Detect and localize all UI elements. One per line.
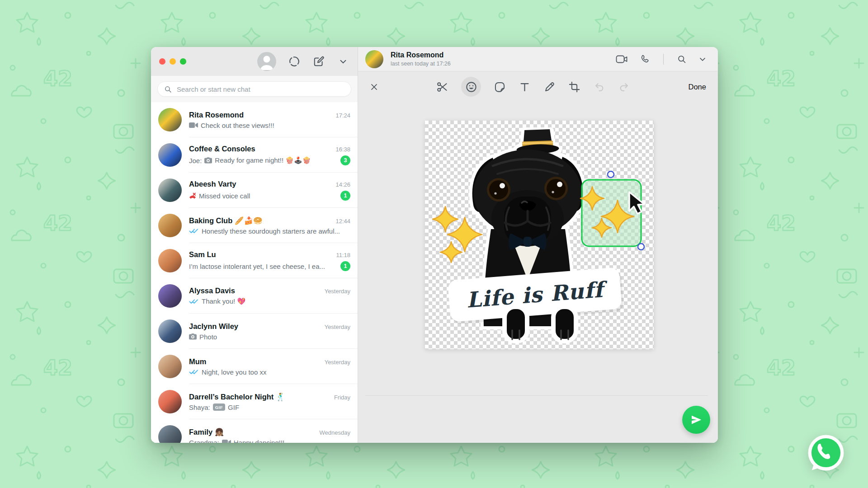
chat-item-sam-lu[interactable]: Sam Lu11:18 I’m lactose intolerant yet, … [151, 243, 358, 278]
new-chat-icon [313, 56, 325, 67]
sidebar: Rita Rosemond17:24 Check out these views… [151, 47, 358, 443]
caption-banner: Life is Ruff [448, 267, 624, 324]
send-button[interactable] [682, 406, 710, 434]
zoom-window-button[interactable] [180, 58, 186, 65]
sticker-editor-toolbar: Done [358, 71, 718, 102]
avatar [158, 178, 182, 202]
chat-item-alyssa-davis[interactable]: Alyssa DavisYesterday Thank you! 💖 [151, 278, 358, 314]
chat-item-rita-rosemond[interactable]: Rita Rosemond17:24 Check out these views… [151, 102, 358, 137]
editor-tools [436, 77, 630, 97]
read-receipts-icon [189, 228, 199, 234]
chat-time: 12:44 [335, 218, 350, 225]
chat-item-baking-club[interactable]: Baking Club 🥖🍰🥯12:44 Honestly these sour… [151, 208, 358, 243]
chevron-down-icon [698, 55, 707, 64]
chat-item-mum[interactable]: MumYesterday Night, love you too xx [151, 349, 358, 384]
close-window-button[interactable] [159, 58, 165, 65]
sidebar-menu-button[interactable] [337, 55, 349, 68]
sticker-icon [494, 81, 506, 93]
chat-header: Rita Rosemond last seen today at 17:26 [358, 47, 718, 71]
text-tool-icon [519, 81, 531, 93]
redo-icon [618, 81, 630, 93]
video-call-button[interactable] [616, 55, 628, 64]
rotate-handle[interactable] [608, 171, 614, 178]
chat-item-darrells-bachelor-night[interactable]: Darrell’s Bachelor Night 🕺Friday Shaya: … [151, 384, 358, 419]
profile-avatar-button[interactable] [257, 52, 276, 71]
close-editor-button[interactable] [370, 83, 378, 91]
cut-tool-button[interactable] [436, 81, 448, 93]
chat-time: Yesterday [325, 359, 350, 366]
search-icon [677, 55, 686, 64]
avatar [158, 143, 182, 167]
chat-preview: Shaya: GIF GIF [189, 404, 239, 411]
emoji-selection-box[interactable] [580, 171, 644, 250]
read-receipts-icon [189, 369, 199, 375]
chat-time: Yesterday [325, 324, 350, 330]
chevron-down-icon [338, 56, 348, 66]
chat-name: Family 👧🏽 [189, 428, 224, 436]
text-tool-button[interactable] [519, 81, 531, 93]
chat-name: Darrell’s Bachelor Night 🕺 [189, 393, 285, 401]
resize-handle[interactable] [638, 244, 644, 250]
crop-icon [568, 81, 580, 93]
contact-avatar[interactable] [365, 50, 383, 68]
video-camera-icon [189, 122, 198, 128]
send-icon [689, 413, 703, 427]
search-pill [157, 81, 351, 97]
sticker-tool-button[interactable] [494, 81, 506, 93]
chat-name: Jaclynn Wiley [189, 322, 238, 331]
crop-tool-button[interactable] [568, 81, 580, 93]
header-divider [663, 54, 664, 65]
chat-item-coffee-consoles[interactable]: Coffee & Consoles16:38 Joe: Ready for ga… [151, 137, 358, 173]
emoji-tool-button[interactable] [461, 77, 481, 97]
unread-badge: 3 [340, 155, 350, 165]
window-controls [159, 58, 186, 65]
chat-name: Alyssa Davis [189, 286, 235, 295]
avatar [158, 390, 182, 413]
chat-preview: Night, love you too xx [189, 368, 266, 376]
avatar [158, 355, 182, 378]
voice-call-button[interactable] [640, 54, 650, 64]
close-icon [370, 83, 378, 91]
sparkles-emoji-left [433, 206, 482, 263]
chat-name: Baking Club 🥖🍰🥯 [189, 216, 263, 225]
chat-time: 17:24 [335, 112, 350, 119]
chat-preview: I’m lactose intolerant yet, I see cheese… [189, 263, 325, 270]
chat-item-jaclynn-wiley[interactable]: Jaclynn WileyYesterday Photo [151, 314, 358, 349]
draw-tool-button[interactable] [543, 81, 556, 93]
chat-name: Coffee & Consoles [189, 145, 255, 153]
missed-call-icon [189, 192, 196, 199]
contact-last-seen: last seen today at 17:26 [391, 61, 451, 67]
avatar [158, 319, 182, 343]
read-receipts-icon [189, 299, 199, 304]
search-input[interactable] [177, 85, 344, 93]
sticker-canvas[interactable]: Life is Ruff [425, 121, 654, 349]
chat-time: Friday [334, 394, 350, 401]
chat-list: Rita Rosemond17:24 Check out these views… [151, 102, 358, 443]
unread-badge: 1 [340, 261, 350, 271]
video-call-icon [616, 55, 628, 64]
chat-menu-button[interactable] [698, 55, 707, 64]
chat-item-abeesh-varty[interactable]: Abeesh Varty14:26 Missed voice call 1 [151, 173, 358, 208]
new-chat-button[interactable] [312, 55, 325, 68]
chat-time: 14:26 [335, 181, 350, 188]
chat-preview: Grandma: Happy dancing!!! [189, 439, 284, 443]
chat-time: Wednesday [320, 429, 350, 436]
minimize-window-button[interactable] [170, 58, 176, 65]
gif-badge-icon: GIF [213, 404, 225, 411]
chat-preview: Thank you! 💖 [189, 297, 245, 305]
avatar [158, 108, 182, 131]
undo-icon [593, 81, 605, 93]
undo-button[interactable] [593, 81, 605, 93]
status-button[interactable] [288, 55, 301, 68]
redo-button[interactable] [618, 81, 630, 93]
done-button[interactable]: Done [689, 83, 706, 91]
search-in-chat-button[interactable] [677, 55, 686, 64]
person-icon [257, 52, 276, 71]
pencil-icon [543, 81, 556, 93]
chat-time: 16:38 [335, 146, 350, 153]
scissors-icon [436, 81, 448, 93]
chat-preview: Honestly these sourdough starters are aw… [189, 227, 340, 235]
chat-item-family[interactable]: Family 👧🏽Wednesday Grandma: Happy dancin… [151, 419, 358, 443]
chat-time: 11:18 [336, 252, 350, 258]
active-tool-highlight [461, 77, 481, 97]
